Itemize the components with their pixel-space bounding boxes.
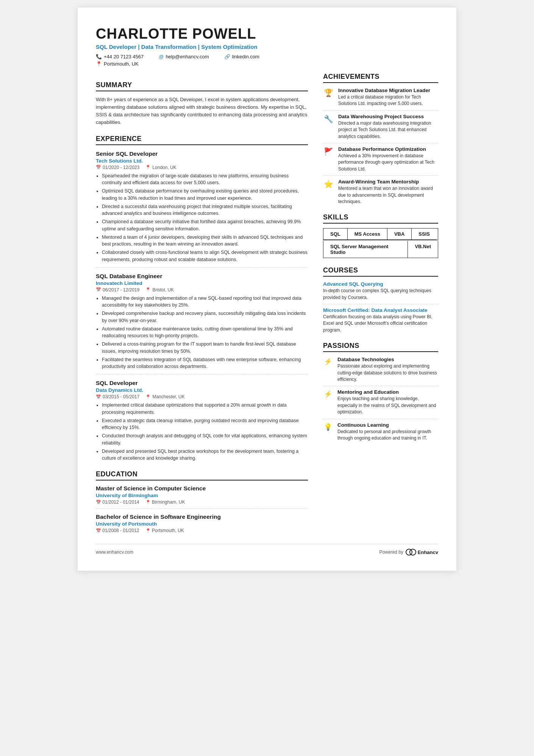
calendar-icon-1: 📅: [96, 165, 101, 170]
bullet-2-4: Delivered a cross-training program for t…: [102, 341, 308, 355]
achievement-desc-3: Achieved a 30% improvement in database p…: [338, 153, 438, 172]
bullet-3-2: Executed a strategic data cleanup initia…: [102, 417, 308, 432]
footer: www.enhancv.com Powered by Enhancv: [96, 544, 438, 556]
enhancv-logo-icon: [406, 549, 416, 556]
achievement-2: 🔧 Data Warehousing Project Success Direc…: [323, 114, 438, 140]
loc-icon-e2: 📍: [145, 528, 151, 533]
bullet-1-6: Collaborated closely with cross-function…: [102, 249, 308, 263]
course-desc-2: Certification focusing on data analysis …: [323, 314, 438, 333]
phone-contact: 📞 +44 20 7123 4567: [96, 54, 144, 59]
achievement-icon-2: 🔧: [323, 114, 334, 124]
achievement-4: ⭐ Award-Winning Team Mentorship Mentored…: [323, 179, 438, 205]
skill-sql: SQL: [323, 229, 348, 240]
achievement-desc-4: Mentored a team that won an innovation a…: [338, 185, 438, 205]
bullet-2-2: Developed comprehensive backup and recov…: [102, 310, 308, 324]
edu-dates-1: 📅 01/2012 - 01/2014: [96, 499, 139, 505]
achievement-desc-1: Led a critical database migration for Te…: [338, 94, 438, 107]
passion-icon-2: ⚡: [323, 390, 333, 398]
location-contact: 📍 Portsmouth, UK: [96, 61, 139, 67]
company-name-3: Data Dynamics Ltd.: [96, 387, 308, 393]
job-divider-2: [96, 374, 308, 374]
skill-ssis: SSIS: [412, 229, 437, 240]
passion-div-1: [323, 386, 438, 386]
cal-icon-e2: 📅: [96, 528, 101, 533]
bullet-1-5: Mentored a team of 4 junior developers, …: [102, 234, 308, 248]
bullet-3-3: Conducted thorough analysis and debuggin…: [102, 432, 308, 447]
link-icon: 🔗: [224, 54, 230, 59]
bullet-1-1: Spearheaded the migration of large-scale…: [102, 172, 308, 187]
degree-1: Master of Science in Computer Science Un…: [96, 485, 308, 505]
header: CHARLOTTE POWELL SQL Developer | Data Tr…: [96, 26, 438, 67]
passion-desc-3: Dedicated to personal and professional g…: [337, 429, 438, 442]
job-location-1: 📍 London, UK: [145, 165, 176, 170]
edu-dates-2: 📅 01/2008 - 01/2012: [96, 528, 139, 533]
skill-vba: VBA: [387, 229, 412, 240]
job-divider-1: [96, 267, 308, 268]
footer-url: www.enhancv.com: [96, 549, 133, 555]
ach-div-2: [323, 143, 438, 143]
job-title-2: SQL Database Engineer: [96, 273, 308, 280]
job-meta-1: 📅 01/2020 - 12/2023 📍 London, UK: [96, 165, 308, 170]
achievement-title-4: Award-Winning Team Mentorship: [338, 179, 438, 185]
job-location-3: 📍 Manchester, UK: [145, 394, 184, 399]
skills-section: SKILLS SQL MS Access VBA SSIS SQL Server…: [323, 213, 438, 258]
job-title-1: Senior SQL Developer: [96, 150, 308, 157]
email-contact: @ help@enhancv.com: [159, 54, 209, 59]
achievement-3: 🚩 Database Performance Optimization Achi…: [323, 146, 438, 172]
job-3: SQL Developer Data Dynamics Ltd. 📅 03/20…: [96, 380, 308, 462]
passion-div-2: [323, 419, 438, 419]
calendar-icon-2: 📅: [96, 287, 101, 292]
summary-text: With 8+ years of experience as a SQL Dev…: [96, 96, 308, 127]
location-icon: 📍: [96, 61, 102, 67]
svg-point-1: [410, 549, 416, 555]
phone-icon: 📞: [96, 54, 102, 59]
skills-row-1: SQL MS Access VBA SSIS: [323, 228, 438, 240]
achievement-desc-2: Directed a major data warehousing integr…: [338, 120, 438, 140]
achievement-title-2: Data Warehousing Project Success: [338, 114, 438, 119]
courses-section: COURSES Advanced SQL Querying In-depth c…: [323, 266, 438, 333]
email-icon: @: [159, 54, 164, 59]
footer-brand: Powered by Enhancv: [379, 549, 438, 556]
passion-title-2: Mentoring and Education: [337, 389, 438, 395]
calendar-icon-3: 📅: [96, 394, 101, 399]
location-icon-3: 📍: [145, 394, 151, 399]
location-icon-1: 📍: [145, 165, 151, 170]
enhancv-logo: Enhancv: [406, 549, 438, 556]
right-column: ACHIEVEMENTS 🏆 Innovative Database Migra…: [323, 73, 438, 533]
edu-meta-1: 📅 01/2012 - 01/2014 📍 Birmingham, UK: [96, 499, 308, 505]
job-bullets-2: Managed the design and implementation of…: [96, 295, 308, 371]
passion-icon-1: ⚡: [323, 357, 333, 366]
bullet-1-4: Championed a database security initiativ…: [102, 218, 308, 233]
company-name-1: Tech Solutions Ltd.: [96, 158, 308, 164]
experience-heading: EXPERIENCE: [96, 135, 308, 145]
degree-title-2: Bachelor of Science in Software Engineer…: [96, 513, 308, 520]
candidate-name: CHARLOTTE POWELL: [96, 26, 438, 42]
company-name-2: Innovatech Limited: [96, 280, 308, 286]
achievement-title-3: Database Performance Optimization: [338, 146, 438, 152]
powered-by-text: Powered by: [379, 549, 403, 555]
passion-desc-1: Passionate about exploring and implement…: [337, 363, 438, 383]
resume-container: CHARLOTTE POWELL SQL Developer | Data Tr…: [78, 8, 456, 571]
bullet-3-4: Developed and presented SQL best practic…: [102, 448, 308, 462]
degree-title-1: Master of Science in Computer Science: [96, 485, 308, 492]
job-dates-1: 📅 01/2020 - 12/2023: [96, 165, 139, 170]
cal-icon-e1: 📅: [96, 500, 101, 504]
ach-div-1: [323, 110, 438, 111]
job-1: Senior SQL Developer Tech Solutions Ltd.…: [96, 150, 308, 263]
skill-vbnet: VB.Net: [408, 241, 438, 258]
course-title-2: Microsoft Certified: Data Analyst Associ…: [323, 307, 438, 313]
courses-heading: COURSES: [323, 266, 438, 277]
candidate-title: SQL Developer | Data Transformation | Sy…: [96, 44, 438, 50]
left-column: SUMMARY With 8+ years of experience as a…: [96, 73, 308, 533]
achievements-section: ACHIEVEMENTS 🏆 Innovative Database Migra…: [323, 73, 438, 205]
edu-location-2: 📍 Portsmouth, UK: [145, 528, 184, 533]
edu-meta-2: 📅 01/2008 - 01/2012 📍 Portsmouth, UK: [96, 528, 308, 533]
job-title-3: SQL Developer: [96, 380, 308, 387]
course-desc-1: In-depth course on complex SQL querying …: [323, 288, 438, 301]
ach-div-3: [323, 175, 438, 176]
website-contact: 🔗 linkedin.com: [224, 54, 259, 59]
bullet-2-5: Facilitated the seamless integration of …: [102, 356, 308, 371]
job-location-2: 📍 Bristol, UK: [145, 287, 174, 293]
achievements-heading: ACHIEVEMENTS: [323, 73, 438, 83]
loc-icon-e1: 📍: [145, 500, 151, 504]
